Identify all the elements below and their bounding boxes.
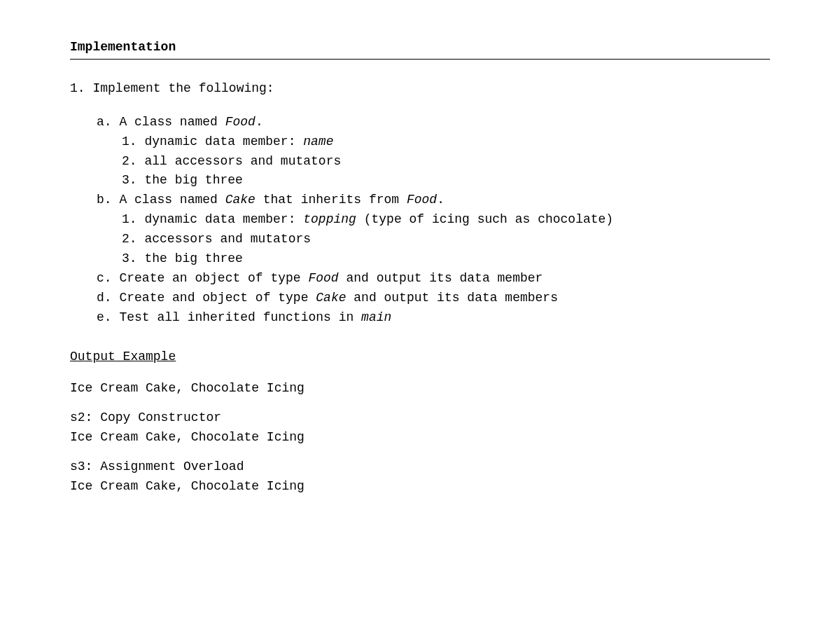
- item-b-2-n: 2.: [122, 232, 137, 246]
- item-a-1-pre: dynamic data member:: [144, 134, 303, 148]
- output-group-2: s2: Copy Constructor Ice Cream Cake, Cho…: [70, 408, 770, 448]
- output-group-1: Ice Cream Cake, Chocolate Icing: [70, 379, 770, 399]
- item-b: b. A class named Cake that inherits from…: [70, 191, 770, 210]
- output-group-3: s3: Assignment Overload Ice Cream Cake, …: [70, 457, 770, 497]
- item-a: a. A class named Food.: [70, 113, 770, 132]
- document-page: Implementation 1. Implement the followin…: [0, 0, 840, 497]
- output-line: s2: Copy Constructor: [70, 408, 770, 428]
- output-line: Ice Cream Cake, Chocolate Icing: [70, 379, 770, 399]
- item-a-3-n: 3.: [122, 173, 137, 187]
- q1-number: 1.: [70, 81, 85, 95]
- item-b-pre: A class named: [119, 193, 225, 207]
- item-a-2-n: 2.: [122, 154, 137, 168]
- item-c-ital: Food: [308, 271, 338, 285]
- item-b-2: 2. accessors and mutators: [70, 230, 770, 249]
- item-e: e. Test all inherited functions in main: [70, 308, 770, 328]
- item-a-2: 2. all accessors and mutators: [70, 152, 770, 172]
- item-d-post: and output its data members: [346, 291, 558, 305]
- item-e-label: e.: [97, 310, 112, 324]
- item-b-1-n: 1.: [122, 212, 137, 226]
- item-b-3-text: the big three: [144, 251, 242, 265]
- item-d: d. Create and object of type Cake and ou…: [70, 289, 770, 308]
- item-b-1-ital: topping: [303, 212, 356, 226]
- question-1: 1. Implement the following:: [70, 79, 770, 99]
- item-e-pre: Test all inherited functions in: [119, 310, 361, 324]
- item-a-3-text: the big three: [144, 173, 242, 187]
- item-b-3-n: 3.: [122, 251, 137, 265]
- item-b-2-text: accessors and mutators: [144, 232, 311, 246]
- item-a-1: 1. dynamic data member: name: [70, 132, 770, 152]
- item-c-post: and output its data member: [339, 271, 543, 285]
- output-line: s3: Assignment Overload: [70, 457, 770, 477]
- item-a-class: Food: [225, 115, 255, 129]
- item-b-mid: that inherits from: [255, 193, 407, 207]
- item-b-1-pre: dynamic data member:: [144, 212, 303, 226]
- item-c-label: c.: [97, 271, 112, 285]
- item-a-1-ital: name: [303, 134, 333, 148]
- item-d-label: d.: [97, 291, 112, 305]
- output-line: Ice Cream Cake, Chocolate Icing: [70, 428, 770, 448]
- item-b-1: 1. dynamic data member: topping (type of…: [70, 210, 770, 230]
- item-a-1-n: 1.: [122, 134, 137, 148]
- item-b-class: Cake: [225, 193, 255, 207]
- output-example-heading: Output Example: [70, 347, 770, 367]
- item-b-class2: Food: [407, 193, 437, 207]
- item-b-3: 3. the big three: [70, 249, 770, 269]
- q1-text: Implement the following:: [92, 81, 274, 95]
- section-heading: Implementation: [70, 38, 770, 60]
- item-d-pre: Create and object of type: [119, 291, 316, 305]
- item-a-post: .: [255, 115, 263, 129]
- item-a-label: a.: [97, 115, 112, 129]
- item-a-3: 3. the big three: [70, 171, 770, 191]
- item-b-1-post: (type of icing such as chocolate): [356, 212, 613, 226]
- output-line: Ice Cream Cake, Chocolate Icing: [70, 477, 770, 497]
- item-d-ital: Cake: [316, 291, 346, 305]
- item-c-pre: Create an object of type: [119, 271, 308, 285]
- item-a-2-text: all accessors and mutators: [144, 154, 341, 168]
- item-a-pre: A class named: [119, 115, 225, 129]
- item-e-ital: main: [361, 310, 391, 324]
- item-b-post: .: [437, 193, 444, 207]
- item-c: c. Create an object of type Food and out…: [70, 269, 770, 289]
- item-b-label: b.: [97, 193, 112, 207]
